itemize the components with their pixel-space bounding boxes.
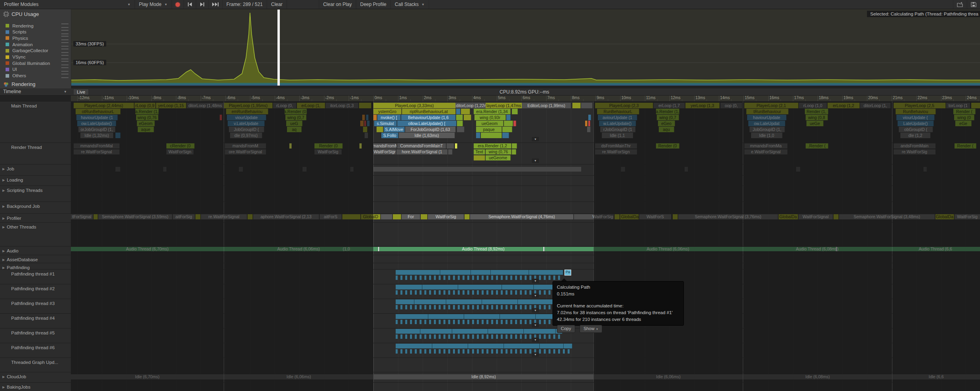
pathfinding-sample-tick[interactable] bbox=[405, 305, 407, 309]
pathfinding-sample-tick[interactable] bbox=[448, 349, 450, 354]
pathfinding-sample-tick[interactable] bbox=[515, 305, 517, 309]
pathfinding-sample-tick[interactable] bbox=[458, 320, 460, 324]
pathfinding-sample-tick[interactable] bbox=[396, 334, 398, 339]
pathfinding-sample-tick[interactable] bbox=[501, 349, 503, 354]
pathfinding-sample-tick[interactable] bbox=[491, 334, 493, 339]
pathfinding-sample-tick[interactable] bbox=[510, 305, 512, 309]
pathfinding-sample-tick[interactable] bbox=[420, 349, 422, 354]
pathfinding-sample-tick[interactable] bbox=[424, 320, 426, 324]
thread-label-pathfinding-thread-5[interactable]: Pathfinding thread #5 bbox=[11, 330, 55, 335]
pathfinding-sample-tick[interactable] bbox=[525, 349, 527, 354]
legend-item-vsync[interactable]: VSync bbox=[6, 54, 68, 60]
timeline-segment[interactable]: e.WaitForSigna bbox=[373, 149, 396, 154]
timeline-segment[interactable] bbox=[393, 214, 401, 219]
pathfinding-sample-tick[interactable] bbox=[429, 276, 431, 280]
pathfinding-sample-tick[interactable] bbox=[549, 276, 551, 280]
legend-item-physics[interactable]: Physics bbox=[6, 35, 68, 41]
pathfinding-sample-tick[interactable] bbox=[529, 349, 531, 354]
pathfinding-sample-tick[interactable] bbox=[467, 276, 469, 280]
timeline-segment[interactable] bbox=[587, 127, 591, 132]
timeline-view-dropdown[interactable]: Timeline ▼ bbox=[3, 89, 67, 94]
pathfinding-sample-tick[interactable] bbox=[400, 276, 402, 280]
pathfinding-sample-tick[interactable] bbox=[491, 349, 493, 354]
timeline-segment[interactable]: wing (0,93r bbox=[474, 115, 506, 120]
timeline-segment[interactable] bbox=[512, 143, 517, 149]
pathfinding-sample-tick[interactable] bbox=[463, 276, 465, 280]
timeline-segment[interactable] bbox=[457, 121, 463, 126]
timeline-segment[interactable]: CommandsFromMainT bbox=[397, 143, 446, 149]
pathfinding-sample-tick[interactable] bbox=[501, 276, 503, 280]
legend-item-scripts[interactable]: Scripts bbox=[6, 29, 68, 35]
pathfinding-sample-tick[interactable] bbox=[544, 320, 546, 324]
pathfinding-sample-tick[interactable] bbox=[405, 349, 407, 354]
pathfinding-sample-tick[interactable] bbox=[501, 305, 503, 309]
pathfinding-sample-tick[interactable] bbox=[549, 349, 551, 354]
pathfinding-sample-tick[interactable] bbox=[448, 305, 450, 309]
thread-label-loading[interactable]: Loading bbox=[7, 178, 23, 182]
pathfinding-sample-tick[interactable] bbox=[410, 334, 412, 339]
legend-meter-icon[interactable] bbox=[61, 74, 68, 78]
pathfinding-sample-tick[interactable] bbox=[515, 334, 517, 339]
pathfinding-sample-tick[interactable] bbox=[506, 320, 508, 324]
legend-meter-icon[interactable] bbox=[61, 67, 68, 72]
pathfinding-sample-tick[interactable] bbox=[510, 349, 512, 354]
pathfinding-sample-tick[interactable] bbox=[501, 334, 503, 339]
pathfinding-sample-bar[interactable] bbox=[396, 299, 572, 304]
pathfinding-sample-tick[interactable] bbox=[400, 290, 402, 295]
pathfinding-sample-tick[interactable] bbox=[510, 290, 512, 295]
legend-item-garbagecollector[interactable]: GarbageCollector bbox=[6, 48, 68, 54]
pathfinding-sample-tick[interactable] bbox=[529, 320, 531, 324]
pathfinding-sample-tick[interactable] bbox=[453, 305, 455, 309]
pathfinding-sample-tick[interactable] bbox=[568, 349, 570, 354]
pathfinding-sample-tick[interactable] bbox=[400, 320, 402, 324]
pathfinding-sample-tick[interactable] bbox=[400, 305, 402, 309]
load-profile-button[interactable] bbox=[953, 0, 967, 9]
timeline-segment[interactable] bbox=[456, 109, 461, 114]
pathfinding-sample-tick[interactable] bbox=[482, 305, 484, 309]
legend-item-others[interactable]: Others bbox=[6, 73, 68, 79]
pathfinding-sample-tick[interactable] bbox=[529, 334, 531, 339]
pathfinding-sample-tick[interactable] bbox=[429, 320, 431, 324]
pathfinding-sample-tick[interactable] bbox=[544, 334, 546, 339]
pathfinding-sample-tick[interactable] bbox=[539, 276, 541, 280]
collapse-group-arrow[interactable]: ▼ bbox=[532, 279, 539, 283]
timeline-segment[interactable]: era.Render (1,2 bbox=[474, 143, 511, 149]
pathfinding-sample-tick[interactable] bbox=[443, 320, 445, 324]
pathfinding-sample-tick[interactable] bbox=[525, 334, 527, 339]
timeline-segment[interactable]: EditorLoop (1,99ms) bbox=[522, 103, 571, 108]
timeline-segment[interactable]: WaitForSig bbox=[428, 214, 464, 219]
timeline-segment[interactable] bbox=[476, 133, 480, 138]
pathfinding-sample-tick[interactable] bbox=[477, 276, 479, 280]
thread-label-main-thread[interactable]: Main Thread bbox=[11, 104, 37, 108]
pathfinding-sample-tick[interactable] bbox=[553, 349, 555, 354]
pathfinding-sample-tick[interactable] bbox=[439, 334, 441, 339]
timeline-segment[interactable]: ForJobGroupID (1,63 bbox=[405, 127, 456, 132]
pathfinding-sample-tick[interactable] bbox=[467, 290, 469, 295]
pathfinding-sample-tick[interactable] bbox=[544, 290, 546, 295]
pathfinding-sample-tick[interactable] bbox=[510, 334, 512, 339]
timeline-segment[interactable]: wing (0,76 bbox=[486, 149, 511, 154]
timeline-segment[interactable] bbox=[588, 115, 591, 120]
timeline-segment[interactable] bbox=[448, 149, 453, 154]
pathfinding-sample-tick[interactable] bbox=[434, 290, 436, 295]
pathfinding-sample-tick[interactable] bbox=[420, 276, 422, 280]
pathfinding-sample-tick[interactable] bbox=[486, 334, 488, 339]
pathfinding-sample-tick[interactable] bbox=[525, 320, 527, 324]
pathfinding-sample-tick[interactable] bbox=[467, 305, 469, 309]
pathfinding-sample-tick[interactable] bbox=[563, 349, 565, 354]
pathfinding-sample-tick[interactable] bbox=[405, 290, 407, 295]
timeline-segment[interactable]: Audio Thread (8,92ms) bbox=[443, 247, 523, 251]
pathfinding-sample-tick[interactable] bbox=[443, 290, 445, 295]
timeline-segment[interactable]: riptRunBehaviourLat bbox=[402, 109, 456, 114]
pathfinding-sample-tick[interactable] bbox=[429, 349, 431, 354]
pathfinding-sample-tick[interactable] bbox=[405, 320, 407, 324]
pathfinding-sample-tick[interactable] bbox=[510, 276, 512, 280]
pathfinding-sample-bar[interactable] bbox=[396, 344, 572, 348]
pathfinding-sample-tick[interactable] bbox=[491, 276, 493, 280]
foldout-arrow-icon[interactable]: ▶ bbox=[2, 258, 5, 262]
pathfinding-sample-tick[interactable] bbox=[558, 349, 560, 354]
pathfinding-sample-tick[interactable] bbox=[396, 276, 398, 280]
thread-label-threaded-graph[interactable]: Threaded Graph Upd... bbox=[11, 360, 58, 365]
pathfinding-sample-tick[interactable] bbox=[420, 305, 422, 309]
thread-label-pathfinding-thread-2[interactable]: Pathfinding thread #2 bbox=[11, 286, 55, 291]
